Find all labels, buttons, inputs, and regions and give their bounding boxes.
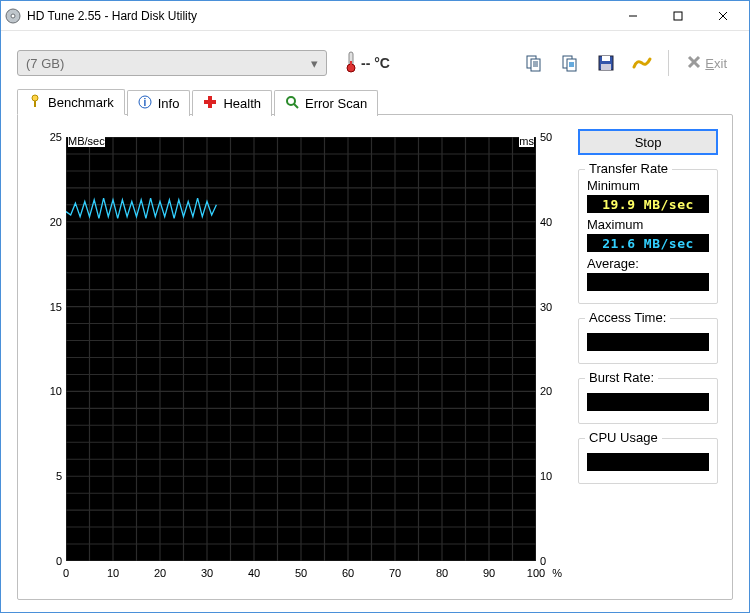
tab-label: Health: [223, 96, 261, 111]
y-left-unit-label: MB/sec: [68, 135, 105, 147]
save-button[interactable]: [592, 49, 620, 77]
group-cpu-usage: CPU Usage: [578, 438, 718, 484]
x-tick: 60: [342, 567, 354, 579]
max-label: Maximum: [587, 217, 709, 232]
benchmark-icon: [28, 94, 42, 111]
cpu-value: [587, 453, 709, 471]
group-access-time: Access Time:: [578, 318, 718, 364]
tab-info[interactable]: i Info: [127, 90, 191, 116]
app-window: HD Tune 2.55 - Hard Disk Utility (7 GB) …: [0, 0, 750, 613]
tab-label: Info: [158, 96, 180, 111]
toolbar: (7 GB) ▾ -- °C Exit: [17, 43, 733, 83]
x-tick: 10: [107, 567, 119, 579]
y-right-tick: 40: [540, 216, 566, 228]
svg-rect-19: [601, 64, 611, 70]
tab-strip: Benchmark i Info Health Error Scan: [17, 89, 733, 115]
group-title: CPU Usage: [585, 430, 662, 445]
window-title: HD Tune 2.55 - Hard Disk Utility: [27, 9, 610, 23]
y-left-tick: 10: [34, 385, 62, 397]
svg-rect-18: [602, 56, 610, 61]
svg-point-1: [11, 14, 15, 18]
thermometer-icon: [345, 51, 357, 76]
drive-select-label: (7 GB): [26, 56, 64, 71]
tab-benchmark[interactable]: Benchmark: [17, 89, 125, 115]
tab-label: Error Scan: [305, 96, 367, 111]
max-value: 21.6 MB/sec: [587, 234, 709, 252]
y-left-tick: 0: [34, 555, 62, 567]
options-button[interactable]: [628, 49, 656, 77]
svg-line-29: [294, 104, 298, 108]
svg-rect-3: [674, 12, 682, 20]
x-tick: 100: [527, 567, 545, 579]
access-value: [587, 333, 709, 351]
y-right-tick: 30: [540, 301, 566, 313]
tab-content-benchmark: MB/sec ms % 2520151050504030201000102030…: [17, 114, 733, 600]
chart-column: MB/sec ms % 2520151050504030201000102030…: [32, 129, 566, 589]
svg-rect-10: [531, 59, 540, 71]
group-title: Transfer Rate: [585, 161, 672, 176]
chevron-down-icon: ▾: [311, 56, 318, 71]
tab-health[interactable]: Health: [192, 90, 272, 116]
x-unit-label: %: [552, 567, 562, 579]
y-right-tick: 0: [540, 555, 566, 567]
titlebar[interactable]: HD Tune 2.55 - Hard Disk Utility: [1, 1, 749, 31]
y-right-tick: 50: [540, 131, 566, 143]
close-icon: [687, 55, 701, 72]
start-stop-button[interactable]: Stop: [578, 129, 718, 155]
group-burst-rate: Burst Rate:: [578, 378, 718, 424]
maximize-button[interactable]: [655, 1, 700, 30]
x-tick: 50: [295, 567, 307, 579]
minimize-button[interactable]: [610, 1, 655, 30]
group-title: Burst Rate:: [585, 370, 658, 385]
svg-point-22: [32, 95, 38, 101]
y-right-tick: 20: [540, 385, 566, 397]
temperature-indicator: -- °C: [345, 51, 390, 76]
y-left-tick: 25: [34, 131, 62, 143]
y-right-tick: 10: [540, 470, 566, 482]
y-left-tick: 5: [34, 470, 62, 482]
svg-text:i: i: [143, 97, 146, 108]
y-left-tick: 20: [34, 216, 62, 228]
copy-info-button[interactable]: [520, 49, 548, 77]
x-tick: 80: [436, 567, 448, 579]
tab-errorscan[interactable]: Error Scan: [274, 90, 378, 116]
svg-point-28: [287, 97, 295, 105]
tab-label: Benchmark: [48, 95, 114, 110]
min-label: Minimum: [587, 178, 709, 193]
x-tick: 40: [248, 567, 260, 579]
group-transfer-rate: Transfer Rate Minimum 19.9 MB/sec Maximu…: [578, 169, 718, 304]
group-title: Access Time:: [585, 310, 670, 325]
min-value: 19.9 MB/sec: [587, 195, 709, 213]
x-tick: 30: [201, 567, 213, 579]
exit-button[interactable]: Exit: [681, 55, 733, 72]
x-tick: 70: [389, 567, 401, 579]
close-button[interactable]: [700, 1, 745, 30]
temperature-value: -- °C: [361, 55, 390, 71]
x-tick: 0: [63, 567, 69, 579]
x-tick: 20: [154, 567, 166, 579]
svg-rect-27: [204, 100, 216, 104]
y-right-unit-label: ms: [519, 135, 534, 147]
info-icon: i: [138, 95, 152, 112]
svg-rect-16: [569, 62, 574, 67]
y-left-tick: 15: [34, 301, 62, 313]
copy-screenshot-button[interactable]: [556, 49, 584, 77]
avg-label: Average:: [587, 256, 709, 271]
svg-rect-8: [350, 61, 352, 67]
app-icon: [5, 8, 21, 24]
exit-label: Exit: [705, 56, 727, 71]
x-tick: 90: [483, 567, 495, 579]
metrics-column: Stop Transfer Rate Minimum 19.9 MB/sec M…: [578, 129, 718, 589]
scan-icon: [285, 95, 299, 112]
benchmark-chart: MB/sec ms % 2520151050504030201000102030…: [66, 137, 536, 561]
health-icon: [203, 95, 217, 112]
drive-select[interactable]: (7 GB) ▾: [17, 50, 327, 76]
burst-value: [587, 393, 709, 411]
avg-value: [587, 273, 709, 291]
toolbar-divider: [668, 50, 669, 76]
